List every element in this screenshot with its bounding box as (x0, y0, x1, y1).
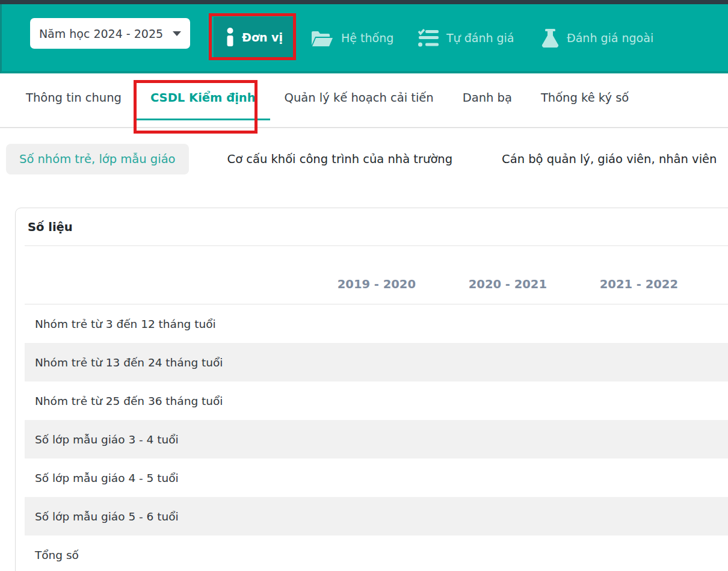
table-row: Tổng số (25, 536, 728, 571)
table-row: Nhóm trẻ từ 25 đến 36 tháng tuổi (25, 381, 728, 420)
tab-bar: Thông tin chung CSDL Kiểm định Quản lý k… (0, 73, 728, 128)
table-header-row: 2019 - 2020 2020 - 2021 2021 - 2022 (25, 246, 728, 304)
school-year-select[interactable]: Năm học 2024 - 2025 (30, 18, 190, 49)
tab-quan-ly-ke-hoach-cai-tien[interactable]: Quản lý kế hoạch cải tiến (270, 77, 448, 120)
table-body: Nhóm trẻ từ 3 đến 12 tháng tuổi Nhóm trẻ… (25, 304, 728, 571)
row-label: Nhóm trẻ từ 3 đến 12 tháng tuổi (25, 318, 285, 330)
row-label: Số lớp mẫu giáo 4 - 5 tuổi (25, 472, 285, 484)
info-icon (226, 28, 234, 46)
row-label: Tổng số (25, 549, 285, 561)
table-row: Số lớp mẫu giáo 3 - 4 tuổi (25, 420, 728, 458)
nav-item-don-vi[interactable]: Đơn vị (214, 17, 295, 57)
tab-thong-ke-ky-so[interactable]: Thống kê ký số (526, 77, 643, 120)
tab-label: Quản lý kế hoạch cải tiến (285, 91, 434, 105)
nav-item-label: Hệ thống (341, 31, 393, 45)
caret-down-icon (173, 31, 181, 36)
row-label: Nhóm trẻ từ 13 đến 24 tháng tuổi (25, 356, 285, 369)
flask-icon (541, 29, 559, 48)
row-label: Nhóm trẻ từ 25 đến 36 tháng tuổi (25, 395, 285, 407)
card-title: Số liệu (16, 208, 728, 245)
subtab-can-bo-quan-ly[interactable]: Cán bộ quản lý, giáo viên, nhân viên (491, 144, 727, 174)
row-label: Số lớp mẫu giáo 3 - 4 tuổi (25, 433, 285, 446)
tab-label: Thống kê ký số (541, 91, 629, 105)
table-row: Số lớp mẫu giáo 5 - 6 tuổi (25, 497, 728, 536)
column-header-year: 2019 - 2020 (285, 277, 416, 304)
tab-label: CSDL Kiểm định (150, 91, 256, 105)
table-row: Nhóm trẻ từ 3 đến 12 tháng tuổi (25, 304, 728, 343)
column-header-year: 2021 - 2022 (547, 277, 678, 304)
nav-item-label: Tự đánh giá (446, 31, 514, 45)
checklist-icon (418, 29, 439, 48)
table-row: Nhóm trẻ từ 13 đến 24 tháng tuổi (25, 343, 728, 381)
tab-label: Danh bạ (463, 91, 512, 105)
nav-item-label: Đánh giá ngoài (567, 31, 653, 45)
tab-danh-ba[interactable]: Danh bạ (448, 77, 526, 120)
nav-item-danh-gia-ngoai[interactable]: Đánh giá ngoài (541, 19, 653, 57)
window-top-strip (0, 0, 728, 4)
subtab-co-cau-khoi-cong-trinh[interactable]: Cơ cấu khối công trình của nhà trường (217, 144, 464, 174)
tab-thong-tin-chung[interactable]: Thông tin chung (11, 77, 136, 120)
nav-item-label: Đơn vị (242, 31, 283, 44)
tab-csdl-kiem-dinh[interactable]: CSDL Kiểm định (136, 77, 270, 120)
data-card: Số liệu 2019 - 2020 2020 - 2021 2021 - 2… (15, 208, 728, 571)
nav-item-tu-danh-gia[interactable]: Tự đánh giá (418, 19, 514, 57)
tab-label: Thông tin chung (26, 91, 122, 105)
folder-open-icon (311, 29, 333, 47)
nav-item-he-thong[interactable]: Hệ thống (311, 19, 393, 57)
subtab-so-nhom-tre[interactable]: Số nhóm trẻ, lớp mẫu giáo (6, 144, 189, 174)
school-year-value: Năm học 2024 - 2025 (39, 27, 163, 40)
table-row: Số lớp mẫu giáo 4 - 5 tuổi (25, 458, 728, 497)
app-header: Năm học 2024 - 2025 Đơn vị Hệ thống (0, 4, 728, 73)
column-header-year: 2020 - 2021 (416, 277, 547, 304)
row-label: Số lớp mẫu giáo 5 - 6 tuổi (25, 510, 285, 523)
subtab-bar: Số nhóm trẻ, lớp mẫu giáo Cơ cấu khối cô… (0, 128, 728, 190)
